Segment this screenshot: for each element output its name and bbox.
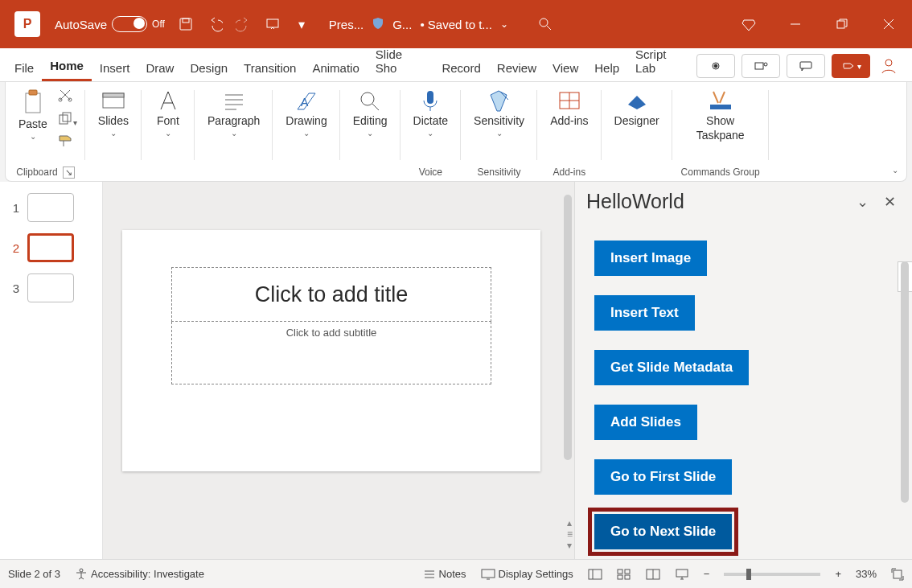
comments-button[interactable] xyxy=(787,54,825,78)
taskpane-close-button[interactable]: ✕ xyxy=(878,191,901,213)
insert-text-button[interactable]: Insert Text xyxy=(594,295,695,331)
sensitivity-button[interactable]: Sensitivity⌄ xyxy=(469,85,529,141)
share-button[interactable]: ▾ xyxy=(832,54,870,78)
slide-thumbnail-panel: 1 2 3 xyxy=(0,182,103,559)
tab-record[interactable]: Record xyxy=(433,53,488,81)
teams-button[interactable] xyxy=(742,54,780,78)
addins-group-label: Add-ins xyxy=(553,163,586,181)
qat-more-button[interactable]: ▾ xyxy=(289,11,314,37)
record-camera-button[interactable] xyxy=(696,54,735,78)
view-normal-button[interactable] xyxy=(588,569,602,580)
group-addins: Add-ins Add-ins xyxy=(537,82,601,181)
tab-view[interactable]: View xyxy=(544,53,586,81)
subtitle-placeholder[interactable]: Click to add subtitle xyxy=(171,322,491,384)
tab-help[interactable]: Help xyxy=(586,53,627,81)
tab-insert[interactable]: Insert xyxy=(92,53,138,81)
zoom-level[interactable]: 33% xyxy=(856,568,877,580)
zoom-out-button[interactable]: − xyxy=(704,568,710,580)
display-settings-button[interactable]: Display Settings xyxy=(481,568,573,580)
document-name-area[interactable]: Pres... G... • Saved to t... ⌄ xyxy=(329,17,508,32)
paste-button[interactable]: Paste ⌄ xyxy=(14,85,52,144)
drawing-label: Drawing xyxy=(286,114,327,127)
svg-rect-11 xyxy=(26,93,40,113)
save-button[interactable] xyxy=(173,11,199,37)
title-placeholder[interactable]: Click to add title xyxy=(171,267,491,322)
fit-to-window-button[interactable] xyxy=(891,568,904,581)
goto-first-slide-button[interactable]: Go to First Slide xyxy=(594,459,732,495)
autosave-toggle[interactable]: AutoSave Off xyxy=(48,16,171,32)
addins-button[interactable]: Add-ins xyxy=(545,85,593,130)
svg-rect-15 xyxy=(60,115,68,124)
add-slides-button[interactable]: Add Slides xyxy=(594,405,697,440)
svg-rect-28 xyxy=(625,569,630,574)
thumbnail-slide-1[interactable]: 1 xyxy=(8,193,94,222)
canvas-scrollbar[interactable]: ▴≡▾ xyxy=(560,182,574,559)
autosave-state: Off xyxy=(152,19,165,30)
paste-label: Paste xyxy=(18,117,47,130)
undo-button[interactable] xyxy=(202,11,228,37)
designer-button[interactable]: Designer xyxy=(610,85,664,130)
taskpane-scrollbar[interactable] xyxy=(901,261,909,503)
show-taskpane-button[interactable]: Show Taskpane xyxy=(692,85,750,145)
close-button[interactable] xyxy=(865,0,912,48)
slides-button[interactable]: Slides⌄ xyxy=(93,85,134,141)
thumbnail-slide-3[interactable]: 3 xyxy=(8,273,94,302)
tab-transitions[interactable]: Transition xyxy=(236,53,304,81)
font-button[interactable]: Font⌄ xyxy=(150,85,187,141)
goto-next-slide-button[interactable]: Go to Next Slide xyxy=(594,514,732,549)
dictate-label: Dictate xyxy=(413,114,449,127)
editing-button[interactable]: Editing⌄ xyxy=(348,85,392,141)
font-label: Font xyxy=(157,114,179,127)
restore-button[interactable] xyxy=(819,0,865,48)
notes-button[interactable]: Notes xyxy=(423,568,466,580)
taskpane-dropdown-button[interactable]: ⌄ xyxy=(851,191,873,213)
zoom-slider[interactable] xyxy=(724,573,820,576)
view-reading-button[interactable] xyxy=(646,569,660,580)
get-slide-metadata-button[interactable]: Get Slide Metadata xyxy=(594,350,749,385)
toggle-pill-icon xyxy=(112,16,147,32)
account-icon[interactable] xyxy=(877,57,901,75)
taskpane-title: HelloWorld xyxy=(586,190,846,213)
tab-review[interactable]: Review xyxy=(489,53,544,81)
svg-rect-9 xyxy=(800,62,811,68)
paragraph-button[interactable]: Paragraph⌄ xyxy=(203,85,265,141)
minimize-button[interactable] xyxy=(772,0,819,48)
svg-rect-18 xyxy=(103,93,124,97)
ribbon-collapse-button[interactable]: ⌄ xyxy=(892,162,898,176)
svg-rect-1 xyxy=(183,19,189,23)
tab-design[interactable]: Design xyxy=(182,53,236,81)
svg-rect-23 xyxy=(710,105,731,109)
thumbnail-slide-2[interactable]: 2 xyxy=(8,233,94,262)
format-painter-button[interactable] xyxy=(57,134,77,151)
paragraph-label: Paragraph xyxy=(207,114,260,127)
svg-point-8 xyxy=(764,63,767,66)
show-taskpane-label2: Taskpane xyxy=(696,129,745,142)
svg-rect-25 xyxy=(482,569,495,578)
slide-counter[interactable]: Slide 2 of 3 xyxy=(8,568,60,580)
view-slideshow-button[interactable] xyxy=(675,569,689,580)
insert-image-button[interactable]: Insert Image xyxy=(594,241,707,276)
view-sorter-button[interactable] xyxy=(617,569,631,580)
tab-draw[interactable]: Draw xyxy=(138,53,182,81)
slide-canvas[interactable]: Click to add title Click to add subtitle xyxy=(122,230,540,471)
slide-nav-arrows-icon[interactable]: ▴≡▾ xyxy=(567,517,573,551)
search-button[interactable] xyxy=(532,11,558,37)
svg-point-24 xyxy=(80,569,83,572)
tab-home[interactable]: Home xyxy=(42,51,92,81)
dialog-launcher-icon[interactable]: ↘ xyxy=(63,167,75,179)
diamond-premium-icon[interactable] xyxy=(725,0,772,48)
present-from-start-button[interactable] xyxy=(260,11,286,37)
cut-button[interactable] xyxy=(57,88,77,106)
redo-button[interactable] xyxy=(231,11,257,37)
dictate-button[interactable]: Dictate⌄ xyxy=(409,85,454,141)
drawing-button[interactable]: A Drawing⌄ xyxy=(281,85,331,141)
zoom-in-button[interactable]: + xyxy=(835,568,841,580)
copy-button[interactable]: ▾ xyxy=(57,111,77,129)
shield-icon xyxy=(372,17,384,32)
chevron-down-icon: ⌄ xyxy=(30,132,36,141)
accessibility-status[interactable]: Accessibility: Investigate xyxy=(75,568,204,581)
svg-rect-26 xyxy=(589,569,602,579)
tab-file[interactable]: File xyxy=(6,53,42,81)
svg-rect-29 xyxy=(618,575,622,579)
tab-animations[interactable]: Animatio xyxy=(304,53,367,81)
